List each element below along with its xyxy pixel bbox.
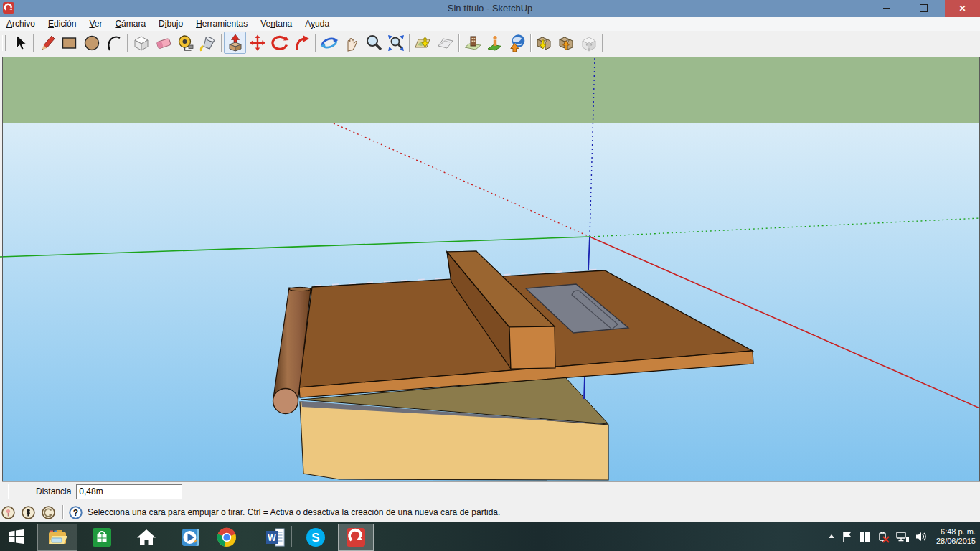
home-icon bbox=[136, 527, 157, 548]
menu-edicion[interactable]: Edición bbox=[42, 17, 83, 31]
geolocation-icon[interactable] bbox=[1, 506, 15, 519]
taskbar-word[interactable]: W bbox=[263, 524, 288, 551]
get-current-view-icon bbox=[414, 34, 433, 52]
menu-dibujo[interactable]: Dibujo bbox=[152, 17, 189, 31]
tape-measure-tool-button[interactable] bbox=[174, 32, 197, 54]
get-models-tool-button[interactable] bbox=[533, 32, 555, 54]
skype-icon: S bbox=[305, 527, 326, 548]
taskbar-windows-store[interactable] bbox=[89, 524, 115, 551]
measurement-input[interactable] bbox=[76, 484, 182, 499]
toggle-terrain-icon bbox=[436, 34, 455, 52]
close-button[interactable]: ✕ bbox=[945, 0, 980, 17]
share-model-icon bbox=[557, 34, 576, 52]
clock-time: 6:48 p. m. bbox=[936, 527, 976, 537]
rectangle-icon bbox=[60, 34, 79, 52]
toolbar-separator bbox=[602, 34, 603, 52]
viewport-canvas[interactable] bbox=[0, 55, 980, 482]
volume-icon[interactable] bbox=[915, 531, 927, 542]
menu-herramientas[interactable]: Herramientas bbox=[189, 17, 254, 31]
restore-button[interactable] bbox=[903, 0, 945, 17]
toolbar bbox=[0, 31, 980, 55]
cylinder-bottom-cap[interactable] bbox=[273, 389, 298, 414]
rotate-icon bbox=[270, 34, 289, 52]
preview-in-google-earth-tool-button[interactable] bbox=[506, 32, 528, 54]
circle-tool-button[interactable] bbox=[80, 32, 103, 54]
cylinder-top-cap bbox=[289, 287, 311, 291]
show-hidden-icons[interactable] bbox=[827, 532, 836, 541]
toolbar-separator bbox=[33, 34, 34, 52]
measurement-bar: Distancia bbox=[0, 482, 980, 501]
toggle-terrain-tool-button[interactable] bbox=[434, 32, 456, 54]
follow-me-icon bbox=[293, 34, 311, 52]
restore-icon bbox=[920, 4, 928, 12]
windows-store-icon bbox=[91, 527, 113, 548]
move-tool-button[interactable] bbox=[246, 32, 268, 54]
line-tool-button[interactable] bbox=[36, 32, 58, 54]
toolbar-separator bbox=[221, 34, 222, 52]
toolbar-separator bbox=[127, 34, 128, 52]
windows-start-icon bbox=[7, 527, 26, 546]
get-current-view-tool-button[interactable] bbox=[412, 32, 434, 54]
close-icon: ✕ bbox=[958, 4, 966, 14]
get-models-icon bbox=[535, 34, 554, 52]
select-icon bbox=[11, 34, 29, 52]
menu-camara[interactable]: Cámara bbox=[108, 17, 152, 31]
system-tray: 6:48 p. m. 28/06/2015 bbox=[827, 522, 976, 551]
usb-device-error-icon[interactable] bbox=[877, 531, 890, 543]
svg-text:S: S bbox=[311, 531, 319, 545]
toolbar-separator bbox=[315, 34, 316, 52]
taskbar-skype[interactable]: S bbox=[301, 524, 331, 551]
orbit-icon bbox=[320, 34, 339, 52]
minimize-button[interactable] bbox=[871, 0, 903, 17]
network-icon[interactable] bbox=[896, 531, 909, 542]
eraser-tool-button[interactable] bbox=[152, 32, 174, 54]
pan-tool-button[interactable] bbox=[340, 32, 362, 54]
svg-text:?: ? bbox=[73, 507, 78, 517]
ground-band bbox=[3, 57, 980, 123]
google-earth-icon bbox=[508, 34, 527, 52]
make-component-tool-button[interactable] bbox=[130, 32, 152, 54]
share-component-tool-button[interactable] bbox=[578, 32, 600, 54]
select-tool-button[interactable] bbox=[9, 32, 31, 54]
orbit-tool-button[interactable] bbox=[318, 32, 340, 54]
toolbar-gripper[interactable] bbox=[2, 35, 6, 51]
place-model-tool-button[interactable] bbox=[484, 32, 506, 54]
arc-tool-button[interactable] bbox=[103, 32, 125, 54]
windows-tray-icon[interactable] bbox=[859, 532, 870, 542]
rotate-tool-button[interactable] bbox=[268, 32, 291, 54]
share-model-tool-button[interactable] bbox=[555, 32, 578, 54]
status-help-text: Selecciona una cara para empujar o tirar… bbox=[88, 507, 500, 517]
tray-clock[interactable]: 6:48 p. m. 28/06/2015 bbox=[936, 527, 976, 546]
fence-front-face[interactable] bbox=[509, 326, 555, 369]
push-pull-tool-button[interactable] bbox=[224, 32, 246, 54]
minimize-icon bbox=[883, 8, 890, 9]
taskbar-chrome[interactable] bbox=[214, 524, 240, 551]
blue-axis-solid-lower bbox=[584, 377, 585, 399]
zoom-extents-tool-button[interactable] bbox=[385, 32, 407, 54]
taskbar-sketchup[interactable] bbox=[338, 524, 374, 551]
menu-ayuda[interactable]: Ayuda bbox=[298, 17, 336, 31]
taskbar-media-player[interactable] bbox=[178, 524, 204, 551]
circle-icon bbox=[83, 34, 101, 52]
measurement-label: Distancia bbox=[36, 486, 71, 496]
tape-measure-icon bbox=[176, 34, 195, 52]
rectangle-tool-button[interactable] bbox=[58, 32, 80, 54]
taskbar-file-explorer[interactable] bbox=[37, 524, 77, 551]
taskbar-home[interactable] bbox=[133, 524, 159, 551]
menu-archivo[interactable]: Archivo bbox=[0, 17, 42, 31]
taskbar-divider bbox=[291, 526, 296, 547]
start-button[interactable] bbox=[0, 522, 33, 551]
action-center-flag-icon[interactable] bbox=[842, 531, 853, 542]
toolbar-separator bbox=[530, 34, 531, 52]
zoom-tool-button[interactable] bbox=[362, 32, 385, 54]
help-icon[interactable]: ? bbox=[69, 506, 83, 519]
sign-in-icon[interactable] bbox=[42, 506, 55, 519]
credit-attribution-icon[interactable] bbox=[22, 506, 35, 519]
photo-textures-tool-button[interactable] bbox=[461, 32, 484, 54]
follow-me-tool-button[interactable] bbox=[291, 32, 313, 54]
share-component-icon bbox=[580, 34, 598, 52]
menu-ventana[interactable]: Ventana bbox=[254, 17, 298, 31]
pan-icon bbox=[342, 34, 361, 52]
paint-bucket-tool-button[interactable] bbox=[197, 32, 219, 54]
menu-ver[interactable]: Ver bbox=[83, 17, 108, 31]
